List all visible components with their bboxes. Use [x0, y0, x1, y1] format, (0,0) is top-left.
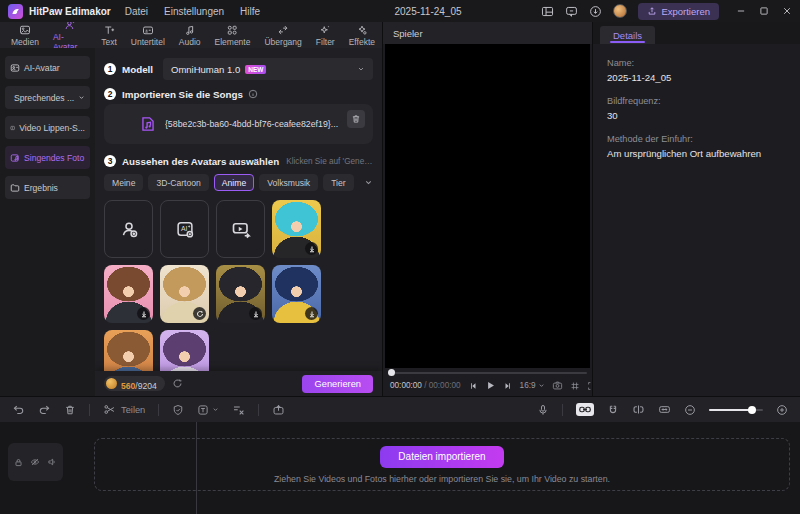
magnet-snap-icon[interactable]	[607, 404, 619, 416]
delete-clip-icon[interactable]	[64, 404, 76, 416]
menu-hilfe[interactable]: Hilfe	[240, 6, 260, 17]
tab-audio[interactable]: Audio	[172, 24, 208, 47]
tab-elemente[interactable]: Elemente	[208, 24, 258, 47]
info-icon[interactable]	[248, 89, 258, 99]
add-photo-cell[interactable]	[104, 200, 153, 258]
redo-icon[interactable]	[38, 403, 51, 416]
avatar-thumbnail[interactable]	[160, 265, 209, 323]
download-icon[interactable]	[305, 242, 318, 255]
tab-uebergang[interactable]: Übergang	[257, 24, 308, 47]
split-view-icon[interactable]	[632, 403, 645, 416]
step-1-badge: 1	[104, 63, 116, 75]
category-anime[interactable]: Anime	[214, 174, 254, 191]
credits-coin-icon	[106, 378, 117, 389]
tab-untertitel[interactable]: Untertitel	[124, 24, 172, 47]
details-header: Details	[593, 22, 800, 44]
avatar-thumbnail[interactable]	[104, 265, 153, 323]
media-drop-zone[interactable]: Dateien importieren Ziehen Sie Videos un…	[94, 438, 790, 491]
export-clip-icon[interactable]	[272, 403, 285, 416]
avatar-thumbnail[interactable]	[272, 265, 321, 323]
text-box-icon	[197, 404, 209, 416]
track-header	[8, 443, 63, 481]
model-select[interactable]: OmniHuman 1.0 NEW	[163, 58, 373, 80]
menu-einstellungen[interactable]: Einstellungen	[164, 6, 224, 17]
aspect-ratio-select[interactable]: 16:9	[520, 381, 545, 390]
zoom-out-icon[interactable]	[684, 404, 696, 416]
credits-total: /9204	[135, 381, 157, 391]
step-3-badge: 3	[104, 155, 116, 167]
player-seekbar[interactable]	[383, 368, 592, 377]
id-card-icon	[10, 63, 20, 73]
export-button[interactable]: Exportieren	[638, 3, 719, 20]
badge-tool-icon[interactable]	[172, 404, 184, 416]
hide-track-icon[interactable]	[30, 457, 40, 467]
avatar-thumbnail[interactable]	[272, 200, 321, 258]
delete-song-button[interactable]	[347, 110, 365, 128]
tab-text[interactable]: Text	[94, 24, 124, 47]
download-manager-icon[interactable]	[589, 5, 602, 18]
close-gap-icon[interactable]	[232, 403, 245, 416]
user-avatar[interactable]	[613, 4, 627, 18]
previous-frame-button[interactable]	[468, 381, 478, 391]
next-frame-button[interactable]	[503, 381, 513, 391]
sidebar-item-ergebnis[interactable]: Ergebnis	[5, 176, 90, 199]
grid-overlay-icon[interactable]	[570, 381, 580, 391]
window-controls	[736, 6, 792, 16]
chevron-down-icon[interactable]	[364, 178, 373, 187]
video-template-cell[interactable]	[216, 200, 265, 258]
avatar-thumbnail[interactable]	[216, 265, 265, 323]
tab-medien[interactable]: Medien	[4, 24, 46, 47]
lock-track-icon[interactable]	[14, 458, 23, 467]
fit-timeline-icon[interactable]	[658, 403, 671, 416]
sidebar-item-singendes-foto[interactable]: Singendes Foto	[5, 146, 90, 169]
generate-button[interactable]: Generieren	[302, 375, 373, 393]
menu-datei[interactable]: Datei	[125, 6, 148, 17]
zoom-in-icon[interactable]	[776, 404, 788, 416]
tab-details[interactable]: Details	[600, 26, 655, 44]
download-icon[interactable]	[137, 307, 150, 320]
feedback-icon[interactable]	[565, 5, 578, 18]
microphone-icon[interactable]	[537, 404, 549, 416]
player-controls: 00:00:00 / 00:00:00 16:9	[383, 377, 592, 394]
download-icon[interactable]	[305, 307, 318, 320]
play-button[interactable]	[485, 380, 496, 391]
category-volksmusik[interactable]: Volksmusik	[259, 174, 318, 191]
refresh-credits-icon[interactable]	[172, 378, 183, 389]
split-button[interactable]: Teilen	[103, 403, 145, 416]
sidebar-item-video-lippen[interactable]: Video Lippen-S...	[5, 116, 90, 139]
close-button[interactable]	[782, 6, 792, 16]
tab-effekte[interactable]: Effekte	[342, 24, 382, 47]
maximize-button[interactable]	[759, 6, 769, 16]
sidebar-item-ai-avatar[interactable]: AI-Avatar	[5, 56, 90, 79]
seek-handle[interactable]	[388, 369, 395, 376]
timeline-zoom-slider[interactable]	[709, 409, 763, 411]
step-avatar-row: 3 Aussehen des Avatars auswählen Klicken…	[104, 155, 373, 167]
main-content: Medien AI-Avatar Text Untertitel Audio	[0, 22, 800, 396]
layout-panels-icon[interactable]	[541, 5, 554, 18]
app-logo-icon	[8, 4, 23, 19]
step-1-label: Modell	[122, 64, 153, 75]
download-icon[interactable]	[249, 307, 262, 320]
import-files-button[interactable]: Dateien importieren	[380, 446, 503, 468]
snapshot-icon[interactable]	[552, 380, 563, 391]
sidebar-item-sprechendes-foto[interactable]: Sprechendes ...	[5, 86, 90, 109]
mute-track-icon[interactable]	[47, 457, 57, 467]
chevron-down-icon	[78, 94, 85, 101]
undo-icon[interactable]	[12, 403, 25, 416]
link-clips-toggle[interactable]	[576, 403, 594, 416]
text-tool-button[interactable]	[197, 404, 219, 416]
song-file-card[interactable]: {58be2c3b-ba60-4bdd-bf76-ceafee82ef19}..…	[104, 104, 373, 144]
timeline-area[interactable]: Dateien importieren Ziehen Sie Videos un…	[0, 422, 800, 514]
zoom-slider-handle[interactable]	[748, 406, 756, 414]
ai-generate-cell[interactable]: AI	[160, 200, 209, 258]
tab-ai-avatar[interactable]: AI-Avatar	[46, 19, 94, 52]
video-preview[interactable]	[385, 44, 590, 368]
category-meine[interactable]: Meine	[104, 174, 143, 191]
credits-used: 560	[121, 381, 135, 391]
credits-bar: 560/9204 Generieren	[95, 371, 382, 396]
minimize-button[interactable]	[736, 6, 746, 16]
category-tier[interactable]: Tier	[323, 174, 353, 191]
category-3d-cartoon[interactable]: 3D-Cartoon	[148, 174, 208, 191]
tab-filter[interactable]: Filter	[309, 24, 342, 47]
seek-track[interactable]	[388, 372, 587, 374]
